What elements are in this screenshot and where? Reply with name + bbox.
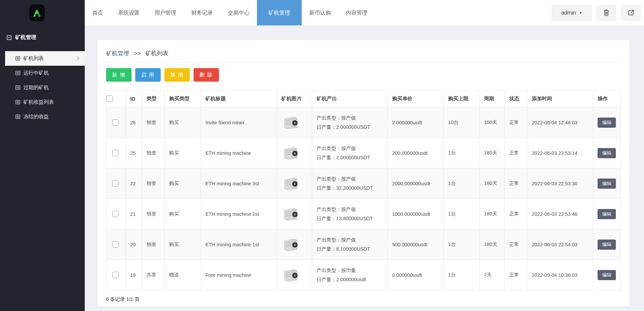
cell-image — [277, 168, 312, 199]
cell-actions: 编辑 — [593, 168, 621, 199]
nav-item-miner-management[interactable]: 矿机管理 — [257, 0, 302, 25]
delete-button[interactable]: 删 除 — [194, 68, 219, 82]
cell-actions: 编辑 — [593, 229, 621, 260]
toolbar: 新 增 启 用 禁 用 删 除 — [106, 68, 621, 82]
brand-a-logo[interactable] — [29, 4, 45, 21]
sidebar-item-label: 矿机收益列表 — [23, 99, 54, 105]
edit-button[interactable]: 编辑 — [598, 209, 616, 219]
row-select-cell — [106, 260, 126, 290]
col-limit: 购买上限 — [444, 90, 480, 107]
cell-type: 独资 — [142, 107, 165, 138]
table-row: 25独资购买ETH mining machine产出类型：按产值日产量：2.00… — [106, 138, 621, 168]
cell-output: 产出类型：按产值日产量：6.100000USDT — [312, 229, 388, 260]
col-id: ID — [126, 90, 142, 107]
output-type: 产出类型：按币量 — [317, 266, 386, 275]
clear-cache-button[interactable] — [597, 5, 616, 21]
nav-item-user-management[interactable]: 用户管理 — [147, 0, 184, 25]
sidebar-item-expired-miners[interactable]: 过期的矿机 — [5, 80, 85, 95]
logo-area — [0, 0, 85, 25]
logout-button[interactable] — [621, 5, 641, 21]
row-checkbox[interactable] — [112, 150, 119, 156]
row-checkbox[interactable] — [112, 272, 119, 278]
cell-period: 180天 — [480, 229, 505, 260]
cell-price: 2000.000000usdt — [388, 168, 444, 199]
list-icon — [15, 85, 20, 90]
table-row: 20独资购买ETH mining machine 1st产出类型：按产值日产量：… — [106, 229, 621, 260]
add-button[interactable]: 新 增 — [106, 68, 132, 82]
col-price: 购买单价 — [388, 90, 444, 107]
collapse-minus-icon — [7, 35, 12, 40]
cell-id: 26 — [126, 107, 142, 138]
miner-image — [281, 115, 300, 130]
row-checkbox[interactable] — [112, 119, 119, 126]
edit-button[interactable]: 编辑 — [598, 179, 616, 189]
col-period: 周期 — [480, 90, 505, 107]
breadcrumb: 矿机管理 >> 矿机列表 — [97, 40, 629, 57]
cell-added-time: 2022-08-04 12:46:03 — [527, 107, 593, 138]
cell-buy-type: 购买 — [165, 168, 201, 199]
cell-output: 产出类型：按产值日产量：13.800000USDT — [312, 199, 388, 229]
cell-status: 正常 — [505, 260, 527, 290]
cell-actions: 编辑 — [593, 199, 621, 229]
cell-status: 正常 — [505, 107, 527, 138]
row-checkbox[interactable] — [112, 241, 119, 248]
nav-item-trade-center[interactable]: 交易中心 — [220, 0, 257, 25]
sidebar-section-header[interactable]: 矿机管理 — [7, 34, 85, 41]
list-icon — [15, 114, 20, 119]
sidebar-item-running-miners[interactable]: 运行中矿机 — [5, 66, 85, 80]
record-count: 6 条记录 1/1 页 — [106, 296, 621, 303]
nav-item-finance-records[interactable]: 财务记录 — [184, 0, 220, 25]
cell-title: Invite friend miner — [201, 107, 277, 138]
miner-image — [281, 268, 300, 283]
edit-button[interactable]: 编辑 — [598, 148, 616, 158]
breadcrumb-current[interactable]: 矿机列表 — [145, 49, 168, 57]
cell-price: 500.000000usdt — [388, 229, 444, 260]
cell-title: ETH mining machine 1st — [201, 229, 277, 260]
cell-actions: 编辑 — [593, 107, 621, 138]
cell-image — [277, 107, 312, 138]
cell-period: 180天 — [480, 138, 505, 168]
miner-image — [281, 146, 300, 161]
nav-item-home[interactable]: 首页 — [85, 0, 110, 25]
cell-output: 产出类型：按产值日产量：2.000000USDT — [312, 107, 388, 138]
miner-table: ID 类型 购买类型 矿机标题 矿机图片 矿机产出 购买单价 购买上限 周期 状… — [106, 90, 621, 290]
sidebar-item-frozen-income[interactable]: 冻结的收益 — [5, 109, 85, 124]
cell-buy-type: 购买 — [165, 138, 201, 168]
row-checkbox[interactable] — [112, 211, 119, 217]
edit-button[interactable]: 编辑 — [598, 270, 616, 280]
nav-item-content-management[interactable]: 内容管理 — [338, 0, 375, 25]
row-checkbox[interactable] — [112, 180, 119, 187]
output-daily: 日产量：2.000000usdt — [317, 275, 386, 284]
cell-title: ETH mining machine — [201, 138, 277, 168]
breadcrumb-parent[interactable]: 矿机管理 — [106, 49, 129, 57]
cell-limit: 1台 — [444, 199, 480, 229]
col-output: 矿机产出 — [312, 90, 388, 107]
cell-type: 共享 — [142, 260, 165, 290]
output-daily: 日产量：6.100000USDT — [317, 245, 386, 254]
sidebar-item-label: 运行中矿机 — [23, 70, 49, 76]
nav-item-system-settings[interactable]: 系统设置 — [110, 0, 147, 25]
edit-button[interactable]: 编辑 — [598, 118, 616, 128]
table-row: 19共享赠送Free mining machine产出类型：按币量日产量：2.0… — [106, 260, 621, 290]
select-all-checkbox[interactable] — [106, 96, 113, 102]
brand-a-logo-glyph — [32, 8, 42, 18]
edit-button[interactable]: 编辑 — [598, 240, 616, 250]
cell-id: 19 — [126, 260, 142, 290]
sidebar-item-miner-list[interactable]: 矿机列表 — [5, 51, 85, 66]
row-select-cell — [106, 229, 126, 260]
nav-item-new-coin[interactable]: 新币认购 — [302, 0, 338, 25]
sidebar-item-miner-income-list[interactable]: 矿机收益列表 — [5, 95, 85, 109]
select-all-cell — [106, 90, 126, 107]
sidebar: 矿机管理 矿机列表 运行中矿机 过期的矿机 矿机收益列表 冻结的收益 — [0, 25, 85, 311]
cell-image — [277, 138, 312, 168]
sidebar-item-label: 矿机列表 — [23, 55, 44, 62]
output-type: 产出类型：按产值 — [317, 174, 386, 184]
miner-image — [281, 207, 300, 222]
disable-button[interactable]: 禁 用 — [164, 68, 190, 82]
cell-buy-type: 购买 — [165, 107, 201, 138]
admin-dropdown[interactable]: admin ▼ — [552, 5, 592, 21]
enable-button[interactable]: 启 用 — [135, 68, 161, 82]
cell-buy-type: 购买 — [165, 199, 201, 229]
cell-title: ETH mining machine 2st — [201, 199, 277, 229]
share-icon — [627, 9, 635, 16]
